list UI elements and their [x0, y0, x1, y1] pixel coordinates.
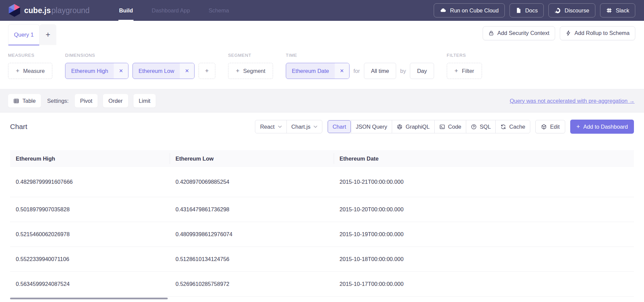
granularity-select[interactable]: Day [410, 63, 434, 79]
close-icon[interactable]: ✕ [180, 63, 194, 79]
add-measure-button[interactable]: + Measure [8, 63, 52, 79]
chart-type-table-button[interactable]: Table [8, 94, 41, 107]
time-section: TIME Ethereum Date ✕ for All time by Day [286, 53, 434, 79]
cell-ethereum-low: 0.5128610134124756 [170, 247, 334, 271]
query-tab-bar: Query 1 + Add Security Context Add Rollu… [0, 21, 644, 45]
terminal-icon [439, 124, 445, 130]
library-select-value: Chart.js [291, 124, 311, 130]
navbar-actions: Run on Cube Cloud Docs Discourse Slack [434, 3, 635, 17]
settings-label: Settings: [47, 98, 68, 104]
chevron-down-icon [278, 126, 282, 128]
view-tab-json-query[interactable]: JSON Query [351, 120, 392, 133]
slack-button[interactable]: Slack [600, 3, 635, 17]
nav-tab-schema[interactable]: Schema [199, 0, 238, 21]
docs-label: Docs [525, 7, 538, 14]
cube-box-icon [541, 124, 547, 130]
table-grid-icon [13, 98, 19, 104]
query-builder: MEASURES + Measure DIMENSIONS Ethereum H… [0, 45, 644, 89]
cell-ethereum-high: 0.48298799991607666 [10, 167, 170, 197]
view-tab-sql[interactable]: SQL [466, 120, 495, 133]
library-select[interactable]: Chart.js [286, 120, 322, 133]
nav-tab-dashboard-app[interactable]: Dashboard App [142, 0, 199, 21]
lock-icon [488, 30, 494, 36]
discourse-icon [554, 7, 561, 14]
view-tab-cache[interactable]: Cache [495, 120, 530, 133]
bolt-icon [566, 30, 571, 36]
edit-button-label: Edit [550, 124, 559, 130]
add-dimension-button[interactable]: + [199, 63, 215, 79]
limit-button[interactable]: Limit [133, 94, 156, 107]
chart-toolbar: React Chart.js Chart JSON Query [255, 120, 634, 134]
segment-label: SEGMENT [228, 53, 273, 58]
view-tab-code[interactable]: Code [434, 120, 466, 133]
graphql-icon [397, 124, 402, 130]
column-header-ethereum-date[interactable]: Ethereum Date [334, 150, 634, 167]
add-rollup-to-schema-button[interactable]: Add Rollup to Schema [560, 26, 635, 40]
chip-label: Ethereum Date [286, 63, 335, 79]
chip-label: Ethereum Low [133, 63, 180, 79]
segment-section: SEGMENT + Segment [228, 53, 273, 79]
discourse-button[interactable]: Discourse [548, 3, 595, 17]
table-horizontal-scrollbar-thumb[interactable] [10, 298, 168, 299]
column-header-ethereum-high[interactable]: Ethereum High [10, 150, 170, 167]
chart-panel: Chart React Chart.js Chart JSO [0, 113, 644, 297]
add-segment-button[interactable]: + Segment [228, 63, 273, 79]
dimension-chip-ethereum-high[interactable]: Ethereum High ✕ [65, 63, 128, 79]
time-label: TIME [286, 53, 434, 58]
add-security-context-label: Add Security Context [497, 30, 549, 36]
framework-select[interactable]: React [255, 120, 286, 133]
cell-ethereum-low: 0.4316479861736298 [170, 197, 334, 222]
nav-tab-build[interactable]: Build [110, 0, 142, 21]
add-filter-button[interactable]: + Filter [447, 63, 482, 79]
close-icon[interactable]: ✕ [114, 63, 128, 79]
discourse-label: Discourse [565, 7, 589, 14]
plus-icon: + [576, 123, 580, 130]
cubejs-logo: cube.jsplayground [9, 4, 90, 17]
cloud-icon [440, 7, 446, 14]
add-segment-label: Segment [243, 68, 265, 74]
cell-ethereum-low: 0.5269610285758972 [170, 272, 334, 296]
framework-select-value: React [260, 124, 274, 130]
slack-icon [606, 7, 612, 13]
cell-ethereum-date: 2015-10-20T00:00:00.000 [334, 197, 634, 222]
plus-icon: + [16, 67, 19, 75]
pre-aggregation-link[interactable]: Query was not accelerated with pre-aggre… [510, 98, 635, 104]
settings-bar: Table Settings: Pivot Order Limit Query … [0, 89, 644, 113]
cell-ethereum-low: 0.4208970069885254 [170, 167, 334, 197]
table-button-label: Table [22, 98, 36, 104]
cell-ethereum-low: 0.48099398612976074 [170, 222, 334, 247]
order-button[interactable]: Order [103, 94, 128, 107]
query-tab-1[interactable]: Query 1 [8, 24, 40, 45]
dimension-chip-ethereum-low[interactable]: Ethereum Low ✕ [132, 63, 195, 79]
filters-label: FILTERS [447, 53, 482, 58]
chip-label: Ethereum High [65, 63, 114, 79]
view-tab-chart[interactable]: Chart [328, 120, 351, 133]
question-circle-icon [471, 124, 477, 130]
measures-label: MEASURES [8, 53, 52, 58]
chevron-down-icon [314, 126, 317, 128]
close-icon[interactable]: ✕ [335, 63, 349, 79]
add-measure-label: Measure [23, 68, 45, 74]
chart-panel-title: Chart [10, 123, 27, 131]
add-security-context-button[interactable]: Add Security Context [483, 26, 555, 40]
slack-label: Slack [616, 7, 629, 14]
plus-icon: + [454, 67, 458, 75]
run-on-cube-cloud-label: Run on Cube Cloud [450, 7, 499, 14]
logo-text-secondary: playground [51, 6, 90, 15]
cell-ethereum-date: 2015-10-17T00:00:00.000 [334, 272, 634, 296]
date-range-select[interactable]: All time [364, 63, 396, 79]
filters-section: FILTERS + Filter [447, 53, 482, 79]
view-tab-graphiql[interactable]: GraphiQL [392, 120, 434, 133]
chart-header: Chart React Chart.js Chart JSO [0, 113, 644, 134]
time-dimension-chip-ethereum-date[interactable]: Ethereum Date ✕ [286, 63, 350, 79]
docs-button[interactable]: Docs [509, 3, 544, 17]
view-tab-cache-label: Cache [509, 124, 525, 130]
add-query-tab-button[interactable]: + [40, 24, 56, 45]
query-tab-actions: Add Security Context Add Rollup to Schem… [483, 26, 635, 40]
run-on-cube-cloud-button[interactable]: Run on Cube Cloud [434, 3, 505, 17]
add-to-dashboard-button[interactable]: + Add to Dashboard [570, 120, 634, 134]
pivot-button[interactable]: Pivot [75, 94, 98, 107]
edit-button[interactable]: Edit [535, 120, 565, 133]
column-header-ethereum-low[interactable]: Ethereum Low [170, 150, 334, 167]
cell-ethereum-date: 2015-10-21T00:00:00.000 [334, 167, 634, 197]
